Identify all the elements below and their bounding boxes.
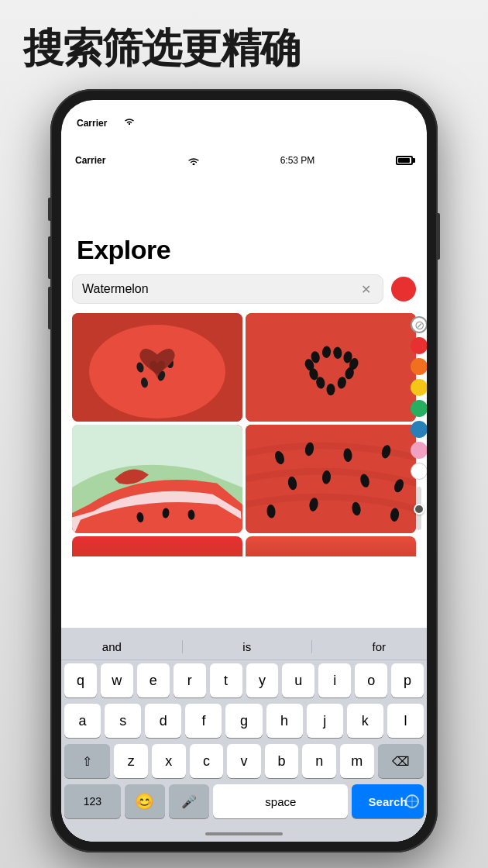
suggestion-divider-2 — [311, 640, 312, 653]
key-s[interactable]: s — [105, 704, 141, 738]
key-c[interactable]: c — [190, 744, 224, 778]
battery-fill — [398, 158, 410, 163]
home-indicator — [205, 832, 283, 835]
suggestion-divider-1 — [182, 640, 183, 653]
volume-down-button — [48, 287, 51, 329]
key-n[interactable]: n — [302, 744, 336, 778]
key-mic[interactable]: 🎤 — [169, 784, 209, 818]
image-cell-4[interactable] — [246, 425, 416, 533]
key-a[interactable]: a — [64, 704, 101, 738]
key-m[interactable]: m — [340, 744, 374, 778]
svg-point-20 — [327, 384, 335, 395]
keyboard-container: and is for q w e r t — [61, 628, 427, 842]
suggestion-is[interactable]: is — [236, 639, 257, 655]
image-cell-1[interactable] — [72, 313, 242, 422]
image-cell-2[interactable] — [246, 313, 416, 422]
color-pink[interactable] — [411, 442, 427, 459]
carrier-label: Carrier — [77, 118, 107, 129]
color-blue[interactable] — [411, 421, 427, 438]
search-bar[interactable]: Watermelon ✕ — [72, 274, 383, 304]
key-i[interactable]: i — [318, 663, 351, 698]
images-grid — [61, 313, 427, 533]
key-f[interactable]: f — [185, 704, 222, 738]
keyboard-row-2: a s d f g h j k l — [64, 704, 424, 738]
keyboard: q w e r t y u i o p — [61, 660, 427, 826]
suggestion-and[interactable]: and — [96, 639, 128, 655]
bottom-partial-images — [61, 533, 427, 556]
key-l[interactable]: l — [387, 704, 424, 738]
status-carrier: Carrier — [75, 155, 105, 166]
key-space[interactable]: space — [213, 784, 348, 818]
key-p[interactable]: p — [391, 663, 424, 698]
phone-inner: Carrier Carrier 6:53 PM — [61, 100, 427, 842]
mute-button — [48, 198, 51, 221]
key-search[interactable]: Search — [352, 784, 424, 818]
color-green[interactable] — [411, 400, 427, 417]
color-orange[interactable] — [411, 358, 427, 375]
partial-image-2[interactable] — [246, 536, 416, 556]
phone-top-area: Carrier — [61, 100, 427, 146]
bottom-bar — [61, 826, 427, 842]
key-emoji[interactable]: 😊 — [125, 784, 165, 818]
color-filter-red[interactable] — [391, 277, 416, 301]
search-value: Watermelon — [82, 282, 149, 296]
keyboard-row-4: 123 😊 🎤 space Search — [64, 784, 424, 818]
main-heading: 搜索筛选更精确 — [23, 22, 300, 76]
watermelon-img-3 — [72, 425, 242, 533]
key-q[interactable]: q — [64, 663, 97, 698]
status-right — [396, 156, 413, 165]
partial-image-1[interactable] — [72, 536, 242, 556]
key-v[interactable]: v — [227, 744, 261, 778]
suggestion-for[interactable]: for — [366, 639, 393, 655]
watermelon-img-4 — [246, 425, 416, 533]
wifi-icon — [123, 117, 136, 126]
color-red[interactable] — [411, 337, 427, 354]
clear-button[interactable]: ✕ — [358, 281, 373, 297]
key-z[interactable]: z — [114, 744, 148, 778]
app-title: Explore — [61, 221, 427, 274]
key-h[interactable]: h — [266, 704, 303, 738]
globe-icon — [405, 794, 419, 808]
key-t[interactable]: t — [210, 663, 242, 698]
status-bar: Carrier 6:53 PM — [61, 146, 427, 174]
key-w[interactable]: w — [101, 663, 133, 698]
image-grid-wrapper — [61, 313, 427, 533]
color-picker-strip — [408, 313, 427, 533]
key-d[interactable]: d — [145, 704, 181, 738]
svg-point-6 — [156, 370, 167, 381]
key-x[interactable]: x — [152, 744, 186, 778]
app-content: Explore Watermelon ✕ — [61, 221, 427, 842]
volume-up-button — [48, 236, 51, 279]
power-button — [437, 213, 440, 260]
battery-icon — [396, 156, 413, 165]
key-g[interactable]: g — [225, 704, 262, 738]
search-row: Watermelon ✕ — [61, 274, 427, 313]
key-b[interactable]: b — [265, 744, 299, 778]
watermelon-img-2 — [246, 313, 416, 422]
key-e[interactable]: e — [137, 663, 170, 698]
color-none[interactable] — [411, 316, 427, 333]
search-key-label: Search — [369, 795, 407, 808]
key-shift[interactable]: ⇧ — [64, 744, 110, 778]
key-u[interactable]: u — [282, 663, 314, 698]
status-time: 6:53 PM — [280, 155, 315, 166]
image-cell-3[interactable] — [72, 425, 242, 533]
key-delete[interactable]: ⌫ — [378, 744, 424, 778]
key-y[interactable]: y — [246, 663, 279, 698]
key-r[interactable]: r — [174, 663, 206, 698]
svg-point-4 — [149, 353, 157, 365]
color-white[interactable] — [411, 463, 427, 480]
key-o[interactable]: o — [355, 663, 387, 698]
key-j[interactable]: j — [307, 704, 343, 738]
key-numbers[interactable]: 123 — [64, 784, 121, 818]
suggestions-row: and is for — [61, 634, 427, 660]
watermelon-img-1 — [72, 313, 242, 422]
color-slider[interactable] — [417, 487, 421, 530]
svg-rect-9 — [246, 313, 416, 422]
key-k[interactable]: k — [347, 704, 383, 738]
keyboard-row-1: q w e r t y u i o p — [64, 663, 424, 698]
color-yellow[interactable] — [411, 379, 427, 396]
phone-frame: Carrier Carrier 6:53 PM — [50, 89, 438, 852]
svg-point-2 — [89, 325, 225, 418]
keyboard-row-3: ⇧ z x c v b n m ⌫ — [64, 744, 424, 778]
